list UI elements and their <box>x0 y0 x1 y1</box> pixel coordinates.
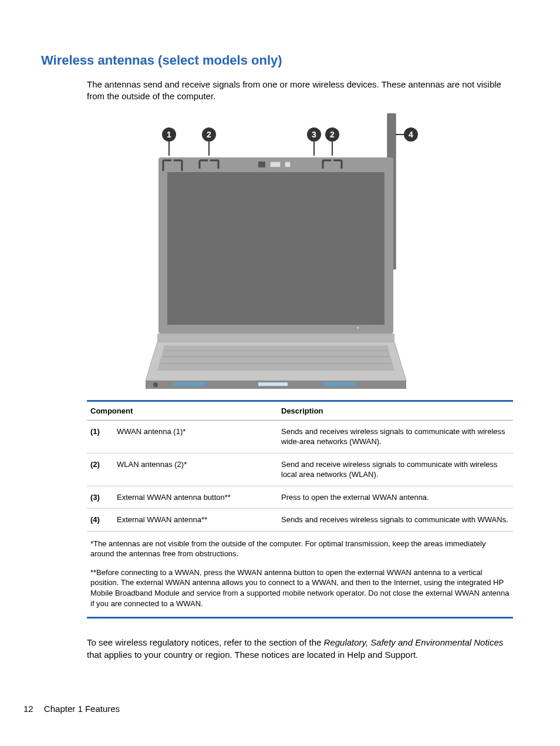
svg-text:1: 1 <box>167 130 171 139</box>
col-header-description: Description <box>278 402 513 421</box>
col-header-component: Component <box>87 402 278 421</box>
svg-point-32 <box>153 382 158 387</box>
svg-rect-21 <box>157 334 394 342</box>
table-row: (2) WLAN antennas (2)* Send and receive … <box>87 453 513 486</box>
footnote-1: *The antennas are not visible from the o… <box>87 532 513 559</box>
svg-text:2: 2 <box>207 130 211 139</box>
svg-rect-30 <box>258 382 288 386</box>
page-footer: 12 Chapter 1 Features <box>23 704 120 714</box>
intro-paragraph: The antennas send and receive signals fr… <box>87 79 513 103</box>
section-heading: Wireless antennas (select models only) <box>41 53 519 68</box>
row-component: WWAN antenna (1)* <box>113 420 278 453</box>
component-table: Component Description (1) WWAN antenna (… <box>87 400 513 619</box>
closing-italic: Regulatory, Safety and Environmental Not… <box>324 637 504 647</box>
row-num: (3) <box>87 486 113 509</box>
closing-paragraph: To see wireless regulatory notices, refe… <box>87 636 513 661</box>
row-description: Sends and receives wireless signals to c… <box>278 420 513 453</box>
svg-rect-5 <box>167 172 384 325</box>
table-row: (1) WWAN antenna (1)* Sends and receives… <box>87 420 513 453</box>
row-num: (4) <box>87 509 113 532</box>
row-component: External WWAN antenna** <box>113 509 278 532</box>
svg-text:4: 4 <box>409 130 413 139</box>
closing-pre: To see wireless regulatory notices, refe… <box>87 637 324 647</box>
closing-mid: that applies to your country or region. … <box>87 650 418 660</box>
svg-point-22 <box>356 326 360 330</box>
svg-marker-24 <box>157 345 394 371</box>
row-component: WLAN antennas (2)* <box>113 453 278 486</box>
svg-rect-8 <box>285 162 291 167</box>
laptop-antenna-diagram: 4 1 2 3 2 <box>141 113 423 389</box>
row-num: (1) <box>87 420 113 453</box>
page-number: 12 <box>23 704 33 714</box>
row-description: Press to open the external WWAN antenna. <box>278 486 513 509</box>
table-row: (3) External WWAN antenna button** Press… <box>87 486 513 509</box>
svg-text:3: 3 <box>312 130 316 139</box>
row-description: Send and receive wireless signals to com… <box>278 453 513 486</box>
svg-rect-7 <box>270 162 281 167</box>
svg-text:2: 2 <box>330 130 335 139</box>
svg-rect-6 <box>258 162 265 167</box>
row-description: Sends and receives wireless signals to c… <box>278 509 513 532</box>
row-component: External WWAN antenna button** <box>113 486 278 509</box>
chapter-label: Chapter 1 Features <box>44 704 120 714</box>
svg-rect-31 <box>323 382 355 386</box>
footnote-2: **Before connecting to a WWAN, press the… <box>87 559 513 619</box>
svg-rect-29 <box>173 382 205 386</box>
table-row: (4) External WWAN antenna** Sends and re… <box>87 509 513 532</box>
row-num: (2) <box>87 453 113 486</box>
